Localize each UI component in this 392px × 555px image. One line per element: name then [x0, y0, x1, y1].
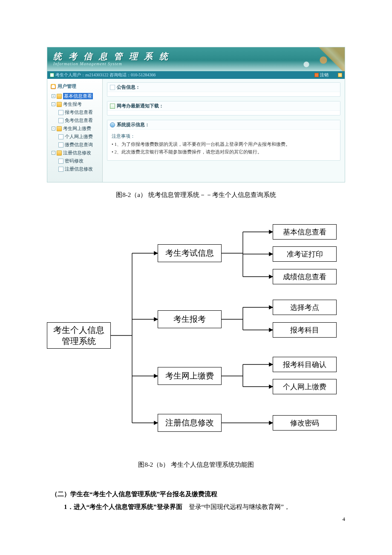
diagram-leaf-personal-pay: 个人网上缴费 [273, 379, 337, 394]
page-icon [58, 142, 63, 147]
diagram-leaf-basic-info: 基本信息查看 [273, 224, 337, 240]
document-text: （二）学生在“考生个人信息管理系统”平台报名及缴费流程 1．进入“考生个人信息管… [51, 488, 341, 513]
logout-icon [314, 73, 319, 77]
diagram-leaf-admit-print: 准考证打印 [273, 246, 337, 262]
user-management-icon [51, 84, 56, 89]
info-icon [110, 122, 115, 127]
banner-decoration [294, 47, 345, 71]
notice-line-2: • 2、此次缴费北京银行将不能参加缴费操作，请您选对应的其它的银行。 [112, 148, 336, 156]
diagram-mid-register: 考生报考 [158, 310, 222, 328]
notice-line-1: • 1、为了你报考缴费数据的无误，请不要在同一台机器上登录两个用户去报考和缴费。 [112, 140, 336, 148]
page-icon [58, 118, 63, 123]
folder-icon [57, 94, 62, 99]
diagram-mid-online-pay: 考生网上缴费 [158, 367, 222, 385]
user-indicator-icon [50, 73, 54, 77]
expand-icon[interactable] [338, 73, 342, 77]
tree-toggle-icon[interactable]: + [52, 94, 55, 98]
figure-caption-a: 图8-2（a） 统考信息管理系统－－考生个人信息查询系统 [0, 191, 392, 199]
page-number: 4 [343, 516, 346, 523]
page-icon [58, 159, 63, 164]
page-icon [58, 110, 63, 115]
diagram-leaf-score-view: 成绩信息查看 [273, 269, 337, 284]
panel-download: 网考办最新通知下载： [107, 101, 340, 116]
tree-child-exempt-info[interactable]: 免考信息查看 [51, 116, 102, 124]
tree-child-reg-modify[interactable]: 注册信息修改 [51, 165, 102, 173]
section-heading: （二）学生在“考生个人信息管理系统”平台报名及缴费流程 [51, 491, 217, 497]
tree-toggle-icon[interactable]: - [52, 127, 55, 130]
tree-child-personal-pay[interactable]: 个人网上缴费 [51, 133, 102, 141]
tree-node-online-pay[interactable]: - 考生网上缴费 [51, 124, 102, 133]
sidebar: 用户管理 + 基本信息查看 - 考生报考 报考信息查看 [47, 79, 103, 182]
sidebar-title: 用户管理 [49, 81, 102, 92]
tree-toggle-icon[interactable]: - [52, 102, 55, 106]
tree-child-pay-query[interactable]: 缴费信息查询 [51, 141, 102, 149]
step-1-text: 登录“中国现代远程与继续教育网”， [182, 503, 290, 510]
tree-toggle-icon[interactable]: - [52, 151, 55, 155]
notice-heading: 注意事项： [112, 132, 336, 140]
folder-icon [57, 150, 62, 156]
panel-announcement: 公告信息： [107, 82, 340, 97]
app-topbar: 考生个人用户：zu214303122 咨询电话：010-51284366 注销 [47, 71, 345, 79]
diagram-root: 考生个人信息 管理系统 [47, 322, 111, 349]
folder-icon [57, 126, 62, 131]
sidebar-tree: + 基本信息查看 - 考生报考 报考信息查看 [49, 92, 102, 173]
topbar-user-info: 考生个人用户：zu214303122 咨询电话：010-51284366 [55, 72, 156, 78]
step-1-bold: 1．进入“考生个人信息管理系统”登录界面 [64, 503, 182, 510]
app-window: 统 考 信 息 管 理 系 统 Information Management S… [47, 47, 345, 182]
tree-child-register-info[interactable]: 报考信息查看 [51, 108, 102, 116]
page-icon [58, 167, 63, 172]
diagram-leaf-change-pwd: 修改密码 [273, 415, 337, 431]
diagram-leaf-select-subj: 报考科目 [273, 322, 337, 338]
tree-node-exam-register[interactable]: - 考生报考 [51, 100, 102, 108]
figure-caption-b: 图8-2（b） 考生个人信息管理系统功能图 [0, 461, 392, 469]
announcement-icon [110, 85, 115, 90]
diagram-leaf-select-site: 选择考点 [273, 300, 337, 315]
diagram-mid-exam-info: 考生考试信息 [158, 244, 222, 262]
tree-node-reg-modify[interactable]: - 注册信息修改 [51, 149, 102, 157]
logout-link[interactable]: 注销 [320, 72, 329, 78]
diagram-mid-reg-modify: 注册信息修改 [158, 414, 222, 432]
tree-child-pwd-modify[interactable]: 密码修改 [51, 157, 102, 165]
folder-icon [57, 102, 62, 107]
download-icon [110, 104, 115, 109]
tree-node-basic-info[interactable]: + 基本信息查看 [51, 92, 102, 100]
function-diagram: 考生个人信息 管理系统 考生考试信息 考生报考 考生网上缴费 注册信息修改 基本… [43, 218, 349, 448]
diagram-leaf-subj-confirm: 报考科目确认 [273, 357, 337, 372]
page-icon [58, 134, 63, 139]
content-pane: 公告信息： 网考办最新通知下载： 系统提示信息： 注意事项： [103, 79, 345, 182]
app-banner: 统 考 信 息 管 理 系 统 Information Management S… [47, 47, 345, 71]
panel-system-tip: 系统提示信息： 注意事项： • 1、为了你报考缴费数据的无误，请不要在同一台机器… [107, 120, 340, 161]
